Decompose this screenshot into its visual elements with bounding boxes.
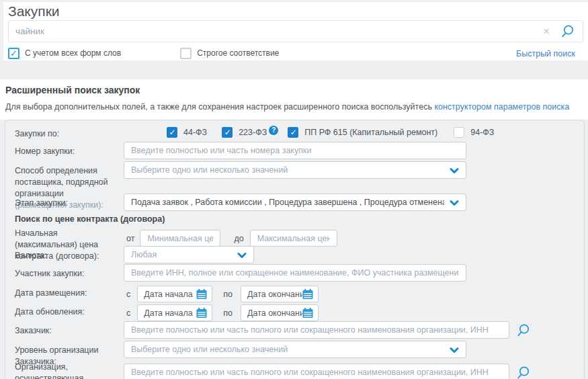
- laws-label: Закупки по:: [15, 128, 121, 140]
- chevron-down-icon[interactable]: [237, 251, 247, 259]
- checkbox-94fz-label: 94-ФЗ: [470, 128, 494, 137]
- customer-input[interactable]: [124, 321, 509, 339]
- chevron-down-icon[interactable]: [450, 346, 459, 353]
- advanced-search-title: Расширенный поиск закупок: [5, 85, 140, 95]
- placement-date-from: [137, 286, 212, 302]
- price-section-heading: Поиск по цене контракта (договора): [15, 214, 165, 224]
- calendar-icon[interactable]: [302, 289, 313, 299]
- checkbox-pprf615-label: ПП РФ 615 (Капитальный ремонт): [304, 128, 437, 137]
- stage-select-value: Подача заявок , Работа комиссии , Процед…: [131, 198, 444, 207]
- customer-search-icon[interactable]: [516, 323, 532, 338]
- checkbox-223fz-label: 223-ФЗ: [239, 128, 267, 137]
- placement-date-label: Дата размещения:: [15, 288, 121, 299]
- purchase-number-label: Номер закупки:: [15, 146, 121, 157]
- checkbox-exact-match[interactable]: [180, 48, 192, 59]
- intro-text: Для выбора дополнительных полей, а также…: [5, 102, 434, 112]
- chevron-down-icon[interactable]: [450, 199, 459, 206]
- law-checkbox-group: 44-ФЗ 223-ФЗ ? ПП РФ 615 (Капитальный ре…: [167, 127, 494, 138]
- price-to-label: до: [234, 234, 243, 243]
- currency-select[interactable]: Любая: [124, 246, 254, 263]
- price-min-input[interactable]: [140, 230, 220, 247]
- date-from-label: с: [126, 290, 130, 299]
- participant-label: Участник закупки:: [15, 268, 121, 280]
- date-to-label: по: [223, 290, 233, 299]
- page: Закупки × С учетом всех форм слов Строго…: [0, 0, 588, 379]
- method-select[interactable]: Выберите одно или несколько значений: [124, 161, 466, 179]
- checkbox-44fz[interactable]: [167, 127, 177, 138]
- update-date-from: [137, 304, 212, 321]
- date-from-label: с: [126, 308, 130, 318]
- advanced-search-description: Для выбора дополнительных полей, а также…: [5, 102, 569, 112]
- checkbox-pprf615[interactable]: [288, 127, 298, 138]
- method-select-placeholder: Выберите одно или несколько значений: [131, 165, 444, 175]
- placing-org-label: Организация, осуществляющая размещение:: [15, 362, 121, 379]
- search-bar: ×: [8, 20, 583, 42]
- placing-org-search-icon[interactable]: [516, 365, 532, 379]
- checkbox-all-word-forms-label: С учетом всех форм слов: [25, 48, 121, 58]
- calendar-icon[interactable]: [302, 308, 313, 318]
- price-max-input[interactable]: [250, 230, 337, 247]
- update-date-to-input[interactable]: [247, 308, 302, 318]
- checkbox-44fz-label: 44-ФЗ: [183, 128, 207, 137]
- calendar-icon[interactable]: [196, 308, 207, 318]
- header: Закупки × С учетом всех форм слов Строго…: [3, 2, 588, 60]
- placement-date-to-input[interactable]: [247, 290, 302, 299]
- update-date-label: Дата обновления:: [15, 306, 121, 318]
- quick-search-link[interactable]: Быстрый поиск: [516, 49, 575, 58]
- calendar-icon[interactable]: [196, 289, 207, 299]
- checkbox-all-word-forms[interactable]: [8, 48, 19, 59]
- params-constructor-link[interactable]: конструктором параметров поиска: [434, 102, 569, 112]
- stage-select[interactable]: Подача заявок , Работа комиссии , Процед…: [124, 194, 466, 211]
- search-icon[interactable]: [560, 24, 576, 39]
- price-from-label: от: [126, 234, 134, 243]
- customer-label: Заказчик:: [15, 325, 121, 337]
- method-label-main: Способ определения поставщика, подрядной…: [15, 166, 108, 198]
- clear-icon[interactable]: ×: [543, 26, 550, 37]
- stage-label: Этап закупки:: [15, 198, 121, 209]
- page-title: Закупки: [8, 3, 60, 19]
- date-to-label: по: [223, 308, 233, 318]
- placing-org-input[interactable]: [124, 364, 509, 379]
- chevron-down-icon[interactable]: [450, 167, 459, 174]
- advanced-search-header: Расширенный поиск закупок Для выбора доп…: [0, 79, 588, 120]
- checkbox-223fz[interactable]: [222, 127, 233, 138]
- placement-date-to: [241, 286, 319, 302]
- customer-level-placeholder: Выберите одно или несколько значений: [131, 345, 444, 354]
- purchase-number-input[interactable]: [124, 142, 466, 159]
- participant-input[interactable]: [124, 264, 466, 282]
- checkbox-94fz[interactable]: [454, 127, 464, 138]
- help-icon[interactable]: ?: [269, 126, 278, 135]
- customer-level-select[interactable]: Выберите одно или несколько значений: [124, 341, 466, 358]
- update-date-from-input[interactable]: [144, 308, 196, 318]
- search-input[interactable]: [15, 26, 543, 36]
- advanced-search-form: Закупки по: 44-ФЗ 223-ФЗ ? ПП РФ 615 (Ка…: [5, 120, 585, 379]
- placement-date-from-input[interactable]: [144, 290, 196, 299]
- currency-select-value: Любая: [131, 250, 232, 259]
- checkbox-exact-match-label: Строгое соответствие: [197, 48, 279, 58]
- update-date-to: [241, 304, 319, 321]
- search-options: С учетом всех форм слов Строгое соответс…: [8, 46, 583, 60]
- currency-label: Валюта:: [15, 250, 121, 261]
